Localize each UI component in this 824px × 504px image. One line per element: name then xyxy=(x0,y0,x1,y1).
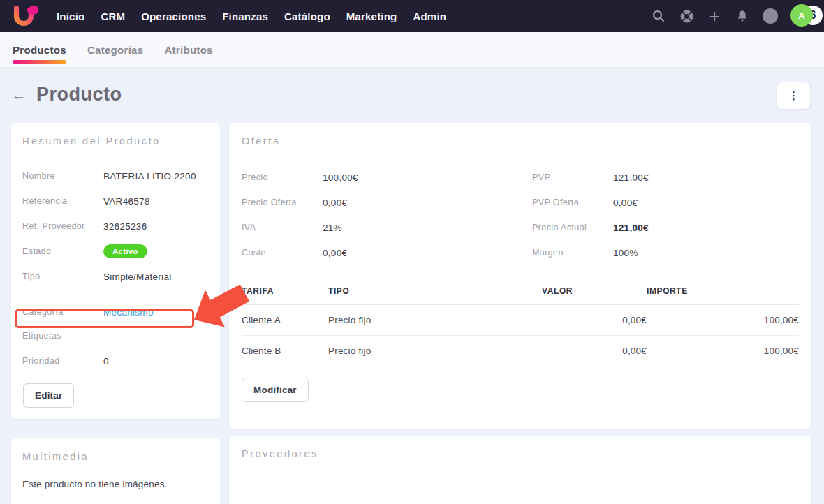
row-value: 0,00€ xyxy=(323,198,347,208)
row-label: Coste xyxy=(242,248,323,258)
row-label: PVP Oferta xyxy=(532,198,613,207)
row-label: Precio xyxy=(242,172,323,182)
plus-glyph: + xyxy=(709,9,719,23)
multimedia-empty-text: Este producto no tiene imágenes. xyxy=(22,479,209,489)
row-value: 121,00€ xyxy=(613,172,649,183)
user-avatar-placeholder[interactable] xyxy=(763,8,778,24)
page-title: Producto xyxy=(36,84,122,105)
summary-row-tipo: Tipo Simple/Material xyxy=(22,264,209,289)
summary-row-nombre: Nombre BATERIA LITIO 2200 xyxy=(22,163,209,188)
page-header xyxy=(0,68,824,123)
row-label: Precio Actual xyxy=(532,223,613,232)
cell-tipo: Precio fijo xyxy=(328,305,542,336)
table-row[interactable]: Cliente B Precio fijo 0,00€ 100,00€ xyxy=(242,336,799,366)
tariff-table-header-row: TARIFA TIPO VALOR IMPORTE xyxy=(242,282,799,305)
bell-icon[interactable] xyxy=(735,8,750,24)
search-icon[interactable] xyxy=(651,8,666,24)
summary-row-ref-proveedor: Ref. Proveedor 32625236 xyxy=(22,214,209,239)
tab-atributos-label: Atributos xyxy=(164,44,212,56)
row-label: PVP xyxy=(532,172,613,182)
cell-tarifa: Cliente B xyxy=(242,336,328,366)
tab-productos-label: Productos xyxy=(13,44,66,56)
cell-tipo: Precio fijo xyxy=(328,336,542,366)
row-value: 21% xyxy=(323,223,342,233)
offer-card: Oferta Precio100,00€ Precio Oferta0,00€ … xyxy=(229,123,811,429)
tab-categorias-label: Categorías xyxy=(87,44,144,56)
tab-categorias[interactable]: Categorías xyxy=(87,32,144,67)
nav-item-marketing[interactable]: Marketing xyxy=(343,8,401,25)
row-label: Tipo xyxy=(22,272,103,281)
status-badge: Activo xyxy=(103,244,147,258)
row-label: Nombre xyxy=(22,171,103,181)
row-label: Prioridad xyxy=(22,356,103,366)
cell-valor: 0,00€ xyxy=(542,305,647,336)
row-label: Margen xyxy=(532,248,613,258)
edit-button[interactable]: Editar xyxy=(23,383,74,408)
row-label: IVA xyxy=(242,223,323,232)
plus-icon[interactable]: + xyxy=(707,8,722,24)
cell-tarifa: Cliente A xyxy=(242,305,328,336)
row-value: 32625236 xyxy=(103,221,147,232)
nav-item-inicio[interactable]: Inicio xyxy=(53,8,88,25)
cell-importe: 100,00€ xyxy=(647,336,799,366)
col-header-valor: VALOR xyxy=(542,282,647,305)
row-value: 0,00€ xyxy=(613,198,638,208)
row-label: Referencia xyxy=(22,196,103,206)
kebab-icon: ⋮ xyxy=(788,89,799,102)
summary-row-estado: Estado Activo xyxy=(22,239,209,264)
offer-fields: Precio100,00€ Precio Oferta0,00€ IVA21% … xyxy=(242,165,799,265)
summary-card-title: Resumen del Producto xyxy=(22,135,209,147)
summary-row-etiquetas: Etiquetas xyxy=(22,323,209,348)
summary-row-referencia: Referencia VAR46578 xyxy=(22,188,209,214)
row-value: 0,00€ xyxy=(323,248,347,258)
col-header-importe: IMPORTE xyxy=(647,282,799,305)
nav-item-admin[interactable]: Admin xyxy=(409,8,450,25)
nav-right-tools: + 6 A xyxy=(651,4,814,28)
summary-row-categoria: Categoría Mecanismo xyxy=(22,301,209,323)
row-value: 0 xyxy=(103,356,109,366)
table-row[interactable]: Cliente A Precio fijo 0,00€ 100,00€ xyxy=(242,305,799,336)
holded-logo-icon[interactable] xyxy=(9,2,38,30)
summary-row-prioridad: Prioridad 0 xyxy=(22,348,209,373)
row-value: Simple/Material xyxy=(103,272,172,282)
main-menu: Inicio CRM Operaciones Finanzas Catálogo… xyxy=(53,8,450,25)
card-divider xyxy=(22,295,209,295)
product-summary-card: Resumen del Producto Nombre BATERIA LITI… xyxy=(11,123,220,419)
offer-right-column: PVP121,00€ PVP Oferta0,00€ Precio Actual… xyxy=(520,165,797,265)
row-label: Precio Oferta xyxy=(242,198,323,207)
help-lifebuoy-icon[interactable] xyxy=(679,8,694,24)
nav-item-finanzas[interactable]: Finanzas xyxy=(219,8,272,25)
cell-valor: 0,00€ xyxy=(542,336,647,366)
account-avatar[interactable]: A xyxy=(790,4,813,27)
row-value: 100,00€ xyxy=(323,172,358,183)
nav-item-operaciones[interactable]: Operaciones xyxy=(138,8,209,25)
top-nav: Inicio CRM Operaciones Finanzas Catálogo… xyxy=(0,0,824,32)
tariff-table: TARIFA TIPO VALOR IMPORTE Cliente A Prec… xyxy=(242,282,799,366)
avatar-stack: 6 A xyxy=(790,4,814,28)
row-label: Etiquetas xyxy=(22,331,103,341)
modify-button[interactable]: Modificar xyxy=(242,378,309,402)
active-tab-underline xyxy=(13,60,66,64)
back-arrow-icon[interactable]: ← xyxy=(11,87,27,103)
tab-atributos[interactable]: Atributos xyxy=(164,32,212,67)
row-label: Categoría xyxy=(22,307,103,317)
suppliers-card-title: Proveedores xyxy=(242,448,799,459)
nav-item-catalogo[interactable]: Catálogo xyxy=(281,8,334,25)
row-value: VAR46578 xyxy=(103,196,150,207)
multimedia-card-title: Multimedia xyxy=(22,451,209,462)
row-label: Ref. Proveedor xyxy=(22,221,103,231)
col-header-tipo: TIPO xyxy=(328,282,542,305)
row-value: 100% xyxy=(613,248,638,258)
more-options-button[interactable]: ⋮ xyxy=(777,82,811,110)
suppliers-card: Proveedores xyxy=(229,436,811,504)
multimedia-card: Multimedia Este producto no tiene imágen… xyxy=(11,438,220,504)
tab-productos[interactable]: Productos xyxy=(13,32,66,67)
catalog-subnav: Productos Categorías Atributos xyxy=(0,32,824,68)
cell-importe: 100,00€ xyxy=(647,305,799,336)
row-value: BATERIA LITIO 2200 xyxy=(103,171,196,181)
category-link[interactable]: Mecanismo xyxy=(103,307,154,318)
nav-item-crm[interactable]: CRM xyxy=(97,8,128,25)
current-price-value: 121,00€ xyxy=(613,223,649,233)
col-header-tarifa: TARIFA xyxy=(242,282,328,305)
offer-card-title: Oferta xyxy=(242,135,799,147)
